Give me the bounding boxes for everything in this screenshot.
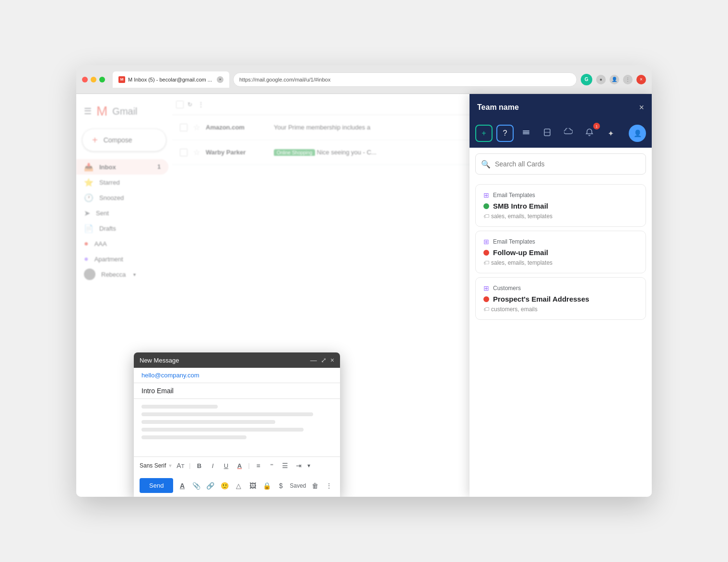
underline-button[interactable]: U [220, 460, 232, 471]
italic-button[interactable]: I [207, 460, 218, 471]
book-toolbar-button[interactable] [539, 125, 556, 142]
drive-icon[interactable]: △ [234, 480, 244, 492]
email-checkbox-2[interactable] [180, 149, 188, 156]
text-format-icon[interactable]: A [177, 480, 187, 492]
cloud-icon [564, 128, 573, 139]
minimize-traffic-light[interactable] [91, 77, 96, 82]
signature-icon[interactable]: $ [276, 480, 286, 492]
body-line-4 [141, 428, 304, 432]
email-star-2[interactable]: ☆ [193, 148, 200, 157]
compose-close-button[interactable]: × [330, 356, 334, 364]
board-icon-3: ⊞ [483, 284, 489, 292]
book-icon [543, 128, 552, 139]
select-all-checkbox[interactable] [176, 101, 184, 108]
compose-to-value: hello@company.com [141, 372, 200, 379]
compose-window: New Message — ⤢ × hello@company.com Intr… [134, 352, 340, 497]
email-checkbox-1[interactable] [180, 124, 188, 131]
browser-actions: G ● 👤 ⋮ × [581, 74, 646, 85]
bell-toolbar-button[interactable]: 1 [581, 125, 598, 142]
menu-button[interactable]: ⋮ [623, 75, 633, 84]
result-title-2: Follow-up Email [483, 248, 638, 257]
tab-label: M Inbox (5) - becolar@gmail.com ... [128, 77, 212, 82]
compose-header[interactable]: New Message — ⤢ × [134, 352, 340, 368]
svg-rect-2 [523, 133, 529, 134]
sent-icon: ➤ [84, 209, 90, 218]
email-sender-1: Amazon.com [206, 124, 268, 131]
compose-subject-field[interactable]: Intro Email [134, 383, 340, 399]
text-color-button[interactable]: A [234, 460, 245, 471]
compose-button[interactable]: + Compose [82, 129, 166, 152]
board-icon-2: ⊞ [483, 238, 489, 246]
label2-label: Apartment [94, 256, 123, 263]
send-button[interactable]: Send [140, 478, 173, 493]
layers-toolbar-button[interactable] [517, 125, 535, 142]
user-avatar-button[interactable]: 👤 [629, 125, 646, 142]
search-input[interactable] [475, 153, 646, 175]
question-toolbar-button[interactable]: ? [496, 125, 514, 142]
compose-minimize-button[interactable]: — [310, 356, 317, 364]
toolbar-refresh[interactable]: ↻ [186, 101, 194, 108]
browser-content: ☰ M Gmail + Compose 📥 Inbox 1 ⭐ Starred … [76, 94, 652, 497]
snoozed-nav-item[interactable]: 🕐 Snoozed [76, 190, 168, 205]
compose-actions: Send A 📎 🔗 🙂 △ 🖼 🔒 $ Saved 🗑 ⋮ [134, 474, 340, 497]
result-card-3[interactable]: ⊞ Customers Prospect's Email Addresses 🏷… [475, 277, 646, 320]
browser-chrome: M M Inbox (5) - becolar@gmail.com ... × … [76, 65, 652, 94]
sparkle-toolbar-button[interactable]: ✦ [602, 125, 619, 142]
extension-button[interactable]: ● [596, 75, 606, 84]
compose-expand-button[interactable]: ⤢ [321, 356, 327, 364]
label1-nav-item[interactable]: ● AAA [76, 236, 168, 251]
photo-icon[interactable]: 🖼 [247, 480, 258, 492]
label2-icon: ● [84, 255, 89, 263]
card-title-3: Prospect's Email Addresses [493, 295, 589, 303]
compose-body[interactable] [134, 399, 340, 457]
browser-tab[interactable]: M M Inbox (5) - becolar@gmail.com ... × [113, 71, 229, 88]
panel-close-button[interactable]: × [639, 103, 644, 113]
close-traffic-light[interactable] [82, 77, 88, 82]
more-options-button[interactable]: ⋮ [324, 480, 334, 492]
screenshot-container: M M Inbox (5) - becolar@gmail.com ... × … [76, 65, 652, 497]
cloud-toolbar-button[interactable] [560, 125, 577, 142]
lock-icon[interactable]: 🔒 [262, 480, 272, 492]
indent-button[interactable]: ⇥ [293, 460, 305, 471]
result-card-2[interactable]: ⊞ Email Templates Follow-up Email 🏷 sale… [475, 231, 646, 273]
compose-to-field[interactable]: hello@company.com [134, 368, 340, 383]
starred-nav-item[interactable]: ⭐ Starred [76, 175, 168, 190]
grammarly-button[interactable]: G [581, 74, 592, 85]
font-selector[interactable]: Sans Serif [140, 462, 166, 469]
maximize-traffic-light[interactable] [99, 77, 105, 82]
result-tags-1: 🏷 sales, emails, templates [483, 213, 638, 220]
toolbar-more[interactable]: ⋮ [196, 101, 206, 108]
inbox-nav-item[interactable]: 📥 Inbox 1 [76, 159, 168, 175]
result-card-1[interactable]: ⊞ Email Templates SMB Intro Email 🏷 sale… [475, 184, 646, 227]
result-board-1: ⊞ Email Templates [483, 191, 638, 199]
more-formatting-button[interactable]: ▾ [307, 462, 310, 469]
email-label-2: Online Shopping [274, 149, 315, 156]
emoji-icon[interactable]: 🙂 [219, 480, 229, 492]
numbered-list-button[interactable]: ⁼ [266, 460, 278, 471]
gmail-m-icon: M [96, 104, 107, 119]
delete-draft-button[interactable]: 🗑 [310, 480, 320, 492]
close-browser-button[interactable]: × [636, 75, 646, 84]
profile-button[interactable]: 👤 [610, 75, 619, 84]
link-icon[interactable]: 🔗 [205, 480, 215, 492]
email-sender-2: Warby Parker [206, 149, 268, 156]
label2-nav-item[interactable]: ● Apartment [76, 251, 168, 267]
tags-text-3: customers, emails [491, 306, 538, 313]
tag-icon-1: 🏷 [483, 213, 489, 220]
align-button[interactable]: ≡ [253, 460, 264, 471]
address-bar[interactable]: https://mail.google.com/mail/u/1/#inbox [233, 72, 577, 87]
label3-nav-item[interactable]: Rebecca ▾ [76, 267, 168, 282]
email-star-1[interactable]: ☆ [193, 123, 200, 132]
card-title-2: Follow-up Email [493, 248, 548, 257]
tab-close-button[interactable]: × [217, 76, 223, 83]
bullet-list-button[interactable]: ☰ [280, 460, 291, 471]
font-size-button[interactable]: AT [175, 460, 186, 471]
label1-icon: ● [84, 239, 89, 248]
saved-label: Saved [290, 482, 306, 489]
add-toolbar-button[interactable]: + [475, 125, 493, 142]
bold-button[interactable]: B [193, 460, 205, 471]
svg-rect-0 [523, 130, 529, 131]
attachment-icon[interactable]: 📎 [191, 480, 201, 492]
drafts-nav-item[interactable]: 📄 Drafts [76, 221, 168, 236]
sent-nav-item[interactable]: ➤ Sent [76, 205, 168, 221]
